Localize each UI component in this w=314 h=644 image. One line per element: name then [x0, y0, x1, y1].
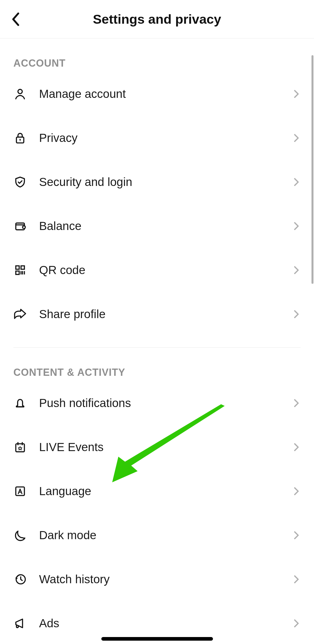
shield-icon [13, 176, 27, 188]
lock-icon [13, 132, 27, 144]
row-label: Language [39, 485, 294, 498]
svg-point-0 [18, 89, 22, 94]
chevron-left-icon [11, 12, 20, 26]
chevron-right-icon [294, 178, 301, 186]
row-label: Ads [39, 617, 294, 630]
row-label: Balance [39, 219, 294, 233]
svg-rect-6 [16, 266, 19, 269]
chevron-right-icon [294, 619, 301, 628]
row-balance[interactable]: Balance [13, 204, 301, 248]
chevron-right-icon [294, 266, 301, 274]
chevron-right-icon [294, 90, 301, 98]
row-dark-mode[interactable]: Dark mode [13, 513, 301, 557]
row-label: Share profile [39, 308, 294, 321]
row-security-login[interactable]: Security and login [13, 160, 301, 204]
row-language[interactable]: Language [13, 469, 301, 513]
chevron-right-icon [294, 134, 301, 142]
row-label: Dark mode [39, 529, 294, 542]
row-manage-account[interactable]: Manage account [13, 72, 301, 116]
svg-rect-10 [16, 487, 25, 496]
back-button[interactable] [8, 12, 22, 26]
scrollbar-thumb[interactable] [311, 55, 313, 284]
svg-rect-8 [16, 271, 19, 274]
row-qr-code[interactable]: QR code [13, 248, 301, 292]
chevron-right-icon [294, 575, 301, 584]
history-icon [13, 573, 27, 585]
bell-icon [13, 397, 27, 409]
svg-rect-7 [21, 266, 24, 269]
section-header-content-activity: CONTENT & ACTIVITY [13, 348, 301, 381]
row-label: Push notifications [39, 396, 294, 410]
row-label: LIVE Events [39, 440, 294, 454]
home-indicator [101, 637, 213, 641]
row-label: Privacy [39, 131, 294, 145]
chevron-right-icon [294, 531, 301, 539]
language-icon [13, 485, 27, 497]
settings-list[interactable]: ACCOUNT Manage account Privacy [0, 38, 314, 644]
row-watch-history[interactable]: Watch history [13, 557, 301, 601]
chevron-right-icon [294, 487, 301, 495]
chevron-right-icon [294, 310, 301, 318]
svg-rect-3 [20, 140, 20, 141]
share-icon [13, 308, 27, 320]
row-share-profile[interactable]: Share profile [13, 292, 301, 336]
page-title: Settings and privacy [0, 11, 314, 27]
row-push-notifications[interactable]: Push notifications [13, 381, 301, 425]
row-label: Manage account [39, 87, 294, 101]
chevron-right-icon [294, 399, 301, 407]
row-label: Watch history [39, 573, 294, 586]
calendar-icon [13, 441, 27, 453]
section-header-account: ACCOUNT [13, 38, 301, 72]
person-icon [13, 88, 27, 100]
svg-rect-5 [23, 226, 25, 228]
moon-icon [13, 529, 27, 541]
wallet-icon [13, 220, 27, 232]
row-live-events[interactable]: LIVE Events [13, 425, 301, 469]
scrollbar[interactable] [311, 38, 314, 373]
megaphone-icon [13, 617, 27, 630]
row-label: Security and login [39, 175, 294, 189]
qr-icon [13, 264, 27, 276]
svg-rect-9 [16, 444, 25, 452]
header-bar: Settings and privacy [0, 0, 314, 38]
row-privacy[interactable]: Privacy [13, 116, 301, 160]
row-label: QR code [39, 263, 294, 277]
chevron-right-icon [294, 443, 301, 451]
chevron-right-icon [294, 222, 301, 230]
